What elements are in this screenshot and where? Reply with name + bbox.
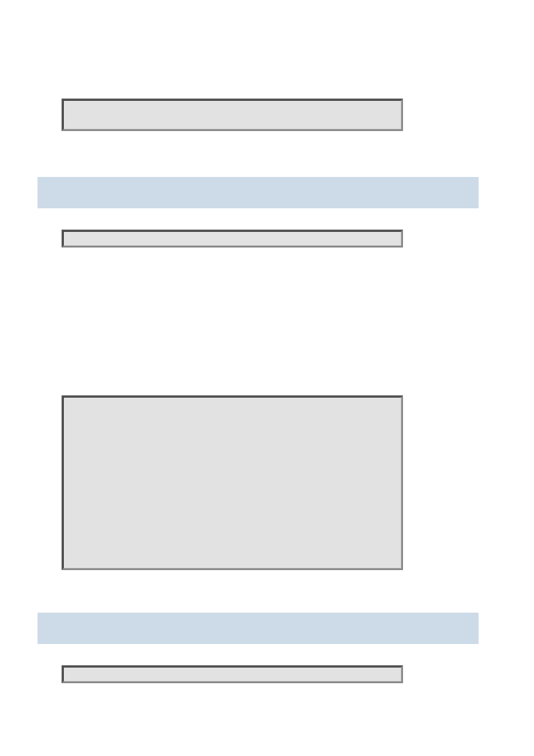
section-heading-2 — [38, 613, 479, 644]
text-field-2[interactable] — [62, 230, 403, 248]
text-field-1[interactable] — [62, 99, 403, 131]
textarea-field-1[interactable] — [62, 395, 403, 570]
section-heading-1 — [38, 177, 479, 208]
text-field-3[interactable] — [62, 665, 403, 683]
form-page — [0, 0, 534, 756]
